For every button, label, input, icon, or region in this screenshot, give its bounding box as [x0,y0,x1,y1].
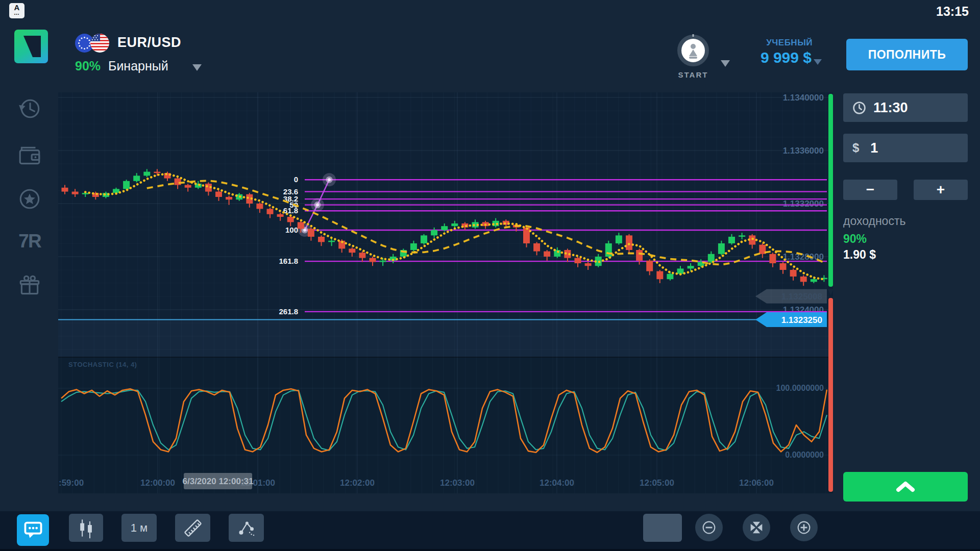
zoom-in-icon [795,519,813,536]
sidebar-item-favorites[interactable] [17,187,42,211]
system-clock: 13:15 [936,4,969,19]
candle-body [370,258,376,262]
candle-body [616,235,622,243]
balance-amount[interactable]: 9 999 $ [761,49,812,66]
instrument-dropdown-icon[interactable] [192,64,202,71]
candle-body [575,258,581,263]
candle-body [523,228,530,243]
candle-body [298,222,304,229]
price-axis-label: 1.1340000 [783,93,824,103]
time-axis-label: 12:00:00 [140,478,175,488]
payout-percent: 90% [75,59,101,73]
zoom-in-button[interactable] [790,514,818,541]
fib-label: 161.8 [279,257,298,265]
candle-body [728,237,735,243]
fit-screen-icon [748,519,765,536]
stochastic-title: STOCHASTIC (14, 4) [68,361,137,368]
indicators-button[interactable] [229,514,264,542]
chart-area[interactable]: 1.13400001.13360001.13320001.13280001.13… [58,92,833,493]
star-icon [17,187,42,211]
candle-body [359,253,365,258]
time-axis-label: 12:03:00 [440,478,475,488]
history-icon [17,96,42,121]
chevron-up-icon [894,480,917,493]
candle-body [636,250,643,261]
candle-body [318,237,325,242]
selection-box-button[interactable] [643,514,682,542]
chart-type-button[interactable] [69,514,103,542]
secondary-price-tag-label: 1.1325008 [781,292,822,302]
accessibility-badge[interactable]: A ••• [9,3,24,18]
logo-seven-icon [14,30,48,63]
sidebar-item-gifts[interactable] [17,273,42,298]
candle-body [708,254,715,262]
candle-body [349,248,355,253]
candle-body [185,185,191,188]
candle-body [328,241,335,242]
candle-body [226,197,232,199]
sidebar-item-wallet[interactable] [17,143,42,168]
candle-body [739,235,745,237]
sidebar-item-history[interactable] [17,96,42,121]
candle-body [667,274,673,279]
time-axis-label: 12:06:00 [739,478,774,488]
candle-body [62,188,68,192]
candle-body [769,254,776,263]
zoom-out-icon [700,519,718,536]
fib-label: 261.8 [279,307,298,316]
candle-body [626,235,632,250]
fit-screen-button[interactable] [743,514,770,541]
drawing-tools-button[interactable] [175,514,210,542]
price-axis-label: 1.1336000 [783,146,824,156]
zoom-out-button[interactable] [695,514,723,541]
usd-flag-icon [90,34,109,53]
candle-body [215,192,222,197]
candle-body [780,263,787,270]
fib-label: 61.8 [283,206,298,215]
candle-body [133,176,140,181]
start-account-button[interactable]: START [677,34,709,79]
account-type-label: УЧЕБНЫЙ [766,38,813,48]
chat-icon [23,520,43,540]
candlestick-icon [76,517,97,539]
amount-field[interactable]: $ 1 [843,134,968,162]
fib-label: 100 [285,226,298,234]
deposit-button[interactable]: ПОПОЛНИТЬ [846,39,968,70]
clock-icon [852,101,866,115]
expiry-time-field[interactable]: 11:30 [843,93,968,122]
start-label: START [677,70,709,79]
time-axis-label: 12:05:00 [640,478,674,488]
candle-body [646,261,653,271]
price-axis-label: 1.1332000 [783,199,824,209]
instrument-type[interactable]: Бинарный [108,59,168,73]
expiry-time-value: 11:30 [873,100,908,116]
timeframe-button[interactable]: 1 м [121,514,157,542]
trading-chart-svg[interactable]: 1.13400001.13360001.13320001.13280001.13… [58,92,833,493]
candle-body [380,261,386,262]
sentiment-down-bar [828,298,833,492]
balance-dropdown-icon[interactable] [814,59,822,65]
amount-decrease-button[interactable]: − [843,180,897,200]
app-logo[interactable] [14,30,48,63]
timeframe-label: 1 м [131,521,148,535]
accessibility-badge-dots: ••• [14,11,19,17]
profit-amount: 1.90 $ [843,248,876,262]
start-dropdown-icon[interactable] [721,60,730,67]
candle-body [677,268,684,273]
candle-body [410,243,417,250]
chat-button[interactable] [17,514,49,546]
candle-body [431,230,437,235]
sidebar-item-7r[interactable]: 7R [17,229,42,254]
candle-body [605,243,612,257]
time-axis-label: 12:04:00 [540,478,574,488]
indicators-nodes-icon [236,517,257,539]
stochastic-max-label: 100.0000000 [776,384,824,392]
amount-increase-button[interactable]: + [914,180,968,200]
candle-body [72,192,79,194]
candle-body [267,209,274,214]
amount-value: 1 [870,140,878,156]
ruler-icon [182,517,204,539]
call-up-button[interactable] [843,472,968,502]
pair-name[interactable]: EUR/USD [117,35,181,51]
candle-body [175,179,181,185]
